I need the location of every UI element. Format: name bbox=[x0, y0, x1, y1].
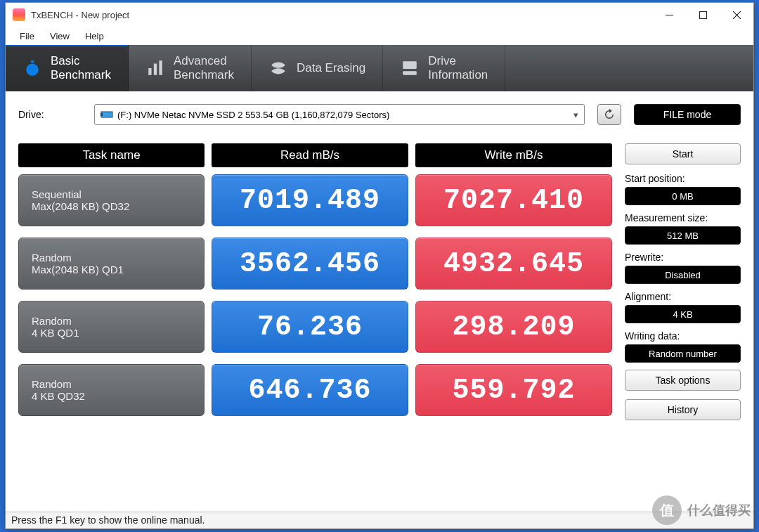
tab-label: Advanced bbox=[174, 54, 234, 68]
statusbar: Press the F1 key to show the online manu… bbox=[6, 512, 753, 528]
alignment-value[interactable]: 4 KB bbox=[625, 305, 741, 323]
watermark-text: 什么值得买 bbox=[687, 502, 751, 519]
app-window: TxBENCH - New project File View Help Bas… bbox=[5, 2, 754, 529]
table-row: Random4 KB QD32 646.736 559.792 bbox=[18, 364, 612, 416]
table-header-row: Task name Read mB/s Write mB/s bbox=[18, 143, 612, 167]
start-position-value[interactable]: 0 MB bbox=[625, 187, 741, 205]
writing-data-value[interactable]: Random number bbox=[625, 344, 741, 363]
side-panel: Start Start position: 0 MB Measurement s… bbox=[625, 134, 741, 507]
window-controls bbox=[652, 3, 753, 27]
tab-label: Basic bbox=[51, 54, 111, 68]
measurement-size-value[interactable]: 512 MB bbox=[625, 226, 741, 245]
titlebar: TxBENCH - New project bbox=[6, 3, 753, 27]
app-icon bbox=[13, 8, 25, 21]
svg-rect-8 bbox=[101, 112, 112, 117]
stopwatch-icon bbox=[22, 58, 42, 78]
task-cell[interactable]: Random4 KB QD32 bbox=[18, 364, 205, 416]
write-value: 559.792 bbox=[415, 364, 612, 416]
write-value: 4932.645 bbox=[415, 238, 612, 290]
svg-rect-5 bbox=[159, 60, 162, 75]
tab-label: Drive bbox=[428, 54, 488, 68]
read-value: 646.736 bbox=[212, 364, 408, 416]
main-row: Task name Read mB/s Write mB/s Sequentia… bbox=[18, 134, 741, 507]
header-task-name: Task name bbox=[18, 143, 205, 167]
task-line2: 4 KB QD1 bbox=[32, 327, 191, 339]
workarea: Drive: (F:) NVMe Netac NVMe SSD 2 553.54… bbox=[6, 91, 753, 512]
window-title: TxBENCH - New project bbox=[31, 10, 652, 20]
chevron-down-icon: ▾ bbox=[573, 110, 578, 120]
tab-label: Information bbox=[428, 68, 488, 82]
tab-label: Data Erasing bbox=[297, 61, 365, 75]
menu-file[interactable]: File bbox=[13, 29, 41, 44]
close-button[interactable] bbox=[720, 3, 753, 27]
svg-rect-7 bbox=[403, 71, 417, 74]
task-cell[interactable]: SequentialMax(2048 KB) QD32 bbox=[18, 174, 205, 226]
menu-view[interactable]: View bbox=[43, 29, 77, 44]
task-options-button[interactable]: Task options bbox=[625, 370, 741, 391]
header-read: Read mB/s bbox=[212, 143, 408, 167]
task-cell[interactable]: RandomMax(2048 KB) QD1 bbox=[18, 238, 205, 290]
start-position-label: Start position: bbox=[625, 173, 741, 184]
measurement-size-label: Measurement size: bbox=[625, 212, 741, 223]
tab-label: Benchmark bbox=[51, 68, 111, 82]
prewrite-label: Prewrite: bbox=[625, 252, 741, 263]
watermark: 值 什么值得买 bbox=[652, 495, 751, 525]
file-mode-button[interactable]: FILE mode bbox=[634, 104, 741, 125]
svg-point-1 bbox=[26, 64, 38, 76]
svg-rect-3 bbox=[148, 68, 151, 75]
history-button[interactable]: History bbox=[625, 399, 741, 420]
write-value: 298.209 bbox=[415, 301, 612, 353]
read-value: 3562.456 bbox=[212, 238, 408, 290]
table-row: Random4 KB QD1 76.236 298.209 bbox=[18, 301, 612, 353]
tab-data-erasing[interactable]: Data Erasing bbox=[252, 45, 383, 91]
bars-icon bbox=[145, 58, 165, 78]
task-line2: Max(2048 KB) QD32 bbox=[32, 200, 191, 212]
task-line2: 4 KB QD32 bbox=[32, 390, 191, 402]
tab-advanced-benchmark[interactable]: AdvancedBenchmark bbox=[129, 45, 252, 91]
writing-data-label: Writing data: bbox=[625, 330, 741, 342]
task-cell[interactable]: Random4 KB QD1 bbox=[18, 301, 205, 353]
drive-label: Drive: bbox=[18, 109, 82, 120]
refresh-icon bbox=[603, 108, 616, 121]
write-value: 7027.410 bbox=[415, 174, 612, 226]
table-row: RandomMax(2048 KB) QD1 3562.456 4932.645 bbox=[18, 238, 612, 290]
table-row: SequentialMax(2048 KB) QD32 7019.489 702… bbox=[18, 174, 612, 226]
minimize-button[interactable] bbox=[652, 3, 686, 27]
benchmark-area: Task name Read mB/s Write mB/s Sequentia… bbox=[18, 134, 612, 507]
svg-rect-9 bbox=[100, 113, 103, 116]
read-value: 7019.489 bbox=[212, 174, 408, 226]
svg-rect-4 bbox=[154, 64, 157, 75]
erase-icon bbox=[268, 58, 288, 78]
task-line1: Random bbox=[32, 315, 191, 327]
watermark-badge: 值 bbox=[652, 495, 682, 525]
svg-rect-0 bbox=[699, 11, 706, 18]
read-value: 76.236 bbox=[212, 301, 408, 353]
tabsbar: BasicBenchmark AdvancedBenchmark Data Er… bbox=[6, 45, 753, 91]
drive-selected-text: (F:) NVMe Netac NVMe SSD 2 553.54 GB (1,… bbox=[117, 110, 389, 120]
header-write: Write mB/s bbox=[415, 143, 612, 167]
menubar: File View Help bbox=[6, 27, 753, 45]
alignment-label: Alignment: bbox=[625, 291, 741, 302]
refresh-button[interactable] bbox=[597, 104, 621, 125]
menu-help[interactable]: Help bbox=[78, 29, 111, 44]
disk-icon bbox=[100, 110, 113, 119]
drive-select[interactable]: (F:) NVMe Netac NVMe SSD 2 553.54 GB (1,… bbox=[94, 104, 585, 125]
tab-label: Benchmark bbox=[174, 68, 234, 82]
drive-row: Drive: (F:) NVMe Netac NVMe SSD 2 553.54… bbox=[18, 104, 741, 125]
tab-drive-information[interactable]: DriveInformation bbox=[383, 45, 505, 91]
task-line1: Random bbox=[32, 252, 191, 264]
task-line2: Max(2048 KB) QD1 bbox=[32, 264, 191, 275]
drive-icon bbox=[400, 58, 420, 78]
maximize-button[interactable] bbox=[686, 3, 720, 27]
svg-rect-2 bbox=[31, 60, 34, 63]
start-button[interactable]: Start bbox=[625, 143, 741, 164]
tab-basic-benchmark[interactable]: BasicBenchmark bbox=[6, 45, 129, 91]
task-line1: Random bbox=[32, 378, 191, 390]
svg-rect-6 bbox=[403, 61, 417, 69]
prewrite-value[interactable]: Disabled bbox=[625, 266, 741, 284]
task-line1: Sequential bbox=[32, 188, 191, 200]
